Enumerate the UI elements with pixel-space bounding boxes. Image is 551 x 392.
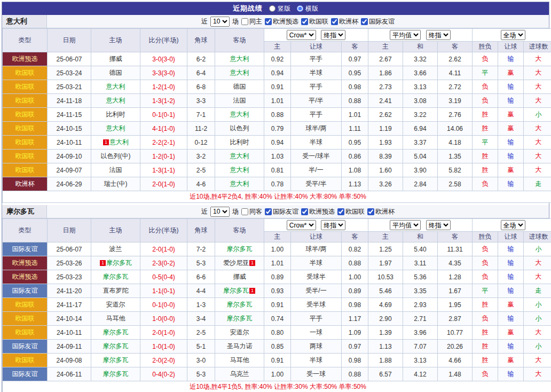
- home-team[interactable]: 安道尔: [91, 298, 140, 312]
- away-team[interactable]: 圣马力诺: [215, 340, 264, 354]
- score[interactable]: 1-3(1-2): [140, 94, 187, 108]
- bookmaker-select[interactable]: Crow*: [287, 30, 316, 40]
- avg-draw: 7.07: [403, 340, 438, 354]
- away-team[interactable]: 意大利: [215, 52, 264, 66]
- col-score: 比分(半场): [140, 29, 187, 52]
- score[interactable]: 2-0(1-0): [140, 177, 187, 191]
- away-team[interactable]: 爱沙尼亚1: [215, 256, 264, 270]
- score[interactable]: 3-3(3-0): [140, 66, 187, 80]
- league-checkbox[interactable]: 欧洲杯: [367, 207, 395, 216]
- average-odds-select[interactable]: 平均值: [390, 220, 421, 230]
- league-checkbox[interactable]: 国际友谊: [265, 207, 298, 216]
- away-team[interactable]: 意大利: [215, 108, 264, 122]
- layout-radio-horizontal[interactable]: 横版: [297, 4, 318, 13]
- home-team[interactable]: 摩尔多瓦: [91, 270, 140, 284]
- league-checkbox[interactable]: 欧国联: [301, 17, 328, 26]
- away-team[interactable]: 摩尔多瓦: [215, 242, 264, 256]
- home-team[interactable]: 意大利: [91, 94, 140, 108]
- score[interactable]: 0-1(0-0): [140, 298, 187, 312]
- col-corner: 角球: [187, 219, 215, 242]
- score[interactable]: 2-0(1-0): [140, 326, 187, 340]
- score[interactable]: 2-0(1-0): [140, 242, 187, 256]
- home-team[interactable]: 瑞士(中): [91, 177, 140, 191]
- score[interactable]: 2-2(2-1): [140, 136, 187, 150]
- league-checkbox[interactable]: 欧洲杯: [331, 17, 358, 26]
- away-team[interactable]: 意大利: [215, 177, 264, 191]
- score[interactable]: 3-0(3-0): [140, 52, 187, 66]
- score[interactable]: 1-3(1-1): [140, 163, 187, 177]
- score[interactable]: 1-0(1-0): [140, 340, 187, 354]
- away-team[interactable]: 马耳他: [215, 354, 264, 367]
- layout-radio-vertical[interactable]: 竖版: [269, 4, 290, 13]
- horizontal-radio-input[interactable]: [297, 5, 303, 12]
- home-team[interactable]: 1意大利: [91, 136, 140, 150]
- score[interactable]: 2-3(0-2): [140, 256, 187, 270]
- same-venue-checkbox[interactable]: 同主: [241, 17, 262, 26]
- league-checkbox[interactable]: 国际友谊: [361, 17, 395, 26]
- fulltime-select[interactable]: 全场: [501, 30, 525, 40]
- away-team[interactable]: 安道尔: [215, 326, 264, 340]
- result-wdl: 负: [473, 256, 498, 270]
- score[interactable]: 2-0(2-0): [140, 354, 187, 367]
- away-team[interactable]: 意大利: [215, 150, 264, 163]
- away-team[interactable]: 法国: [215, 94, 264, 108]
- score[interactable]: 0-1(0-1): [140, 108, 187, 122]
- home-team[interactable]: 摩尔多瓦: [91, 340, 140, 354]
- match-count-select[interactable]: 10: [210, 17, 230, 27]
- away-team[interactable]: 比利时: [215, 136, 264, 150]
- score[interactable]: 4-1(1-0): [140, 122, 187, 136]
- average-odds-select[interactable]: 平均值: [390, 30, 421, 40]
- home-team[interactable]: 以色列(中): [91, 150, 140, 163]
- away-team[interactable]: 意大利: [215, 163, 264, 177]
- home-team[interactable]: 德国: [91, 66, 140, 80]
- home-team[interactable]: 意大利: [91, 80, 140, 94]
- match-count-select[interactable]: 10: [210, 207, 230, 217]
- away-team[interactable]: 德国: [215, 80, 264, 94]
- home-team[interactable]: 意大利: [91, 122, 140, 136]
- odds-handicap: 受一球: [291, 367, 342, 381]
- league-checkbox[interactable]: 欧洲预选: [301, 207, 335, 216]
- league-checkbox[interactable]: 欧洲预选: [265, 17, 298, 26]
- home-team[interactable]: 马耳他: [91, 312, 140, 326]
- away-team[interactable]: 摩尔多瓦1: [215, 284, 264, 298]
- home-team[interactable]: 摩尔多瓦: [91, 354, 140, 367]
- result-wdl: 胜: [473, 122, 498, 136]
- fulltime-select[interactable]: 全场: [501, 220, 525, 230]
- home-team[interactable]: 法国: [91, 163, 140, 177]
- avg-away: 2.87: [438, 312, 473, 326]
- result-goals: 小: [524, 242, 551, 256]
- score[interactable]: 1-2(1-0): [140, 80, 187, 94]
- score[interactable]: 1-1(0-1): [140, 284, 187, 298]
- away-team[interactable]: 摩尔多瓦: [215, 312, 264, 326]
- final-odds-select[interactable]: 终指: [321, 30, 345, 40]
- score[interactable]: 0-4(0-2): [140, 367, 187, 381]
- match-row: 欧洲杯24-06-29瑞士(中)2-0(1-0)4-6意大利0.78受平/半1.…: [3, 177, 551, 191]
- bookmaker-select[interactable]: Crow*: [287, 220, 316, 230]
- away-team[interactable]: 以色列: [215, 122, 264, 136]
- home-team[interactable]: 波兰: [91, 242, 140, 256]
- result-goals: 大: [524, 326, 551, 340]
- same-venue-checkbox[interactable]: 同客: [241, 207, 262, 216]
- away-team[interactable]: 摩尔多瓦: [215, 298, 264, 312]
- match-date: 24-09-08: [48, 354, 91, 367]
- odds-home: 0.93: [264, 284, 291, 298]
- home-team[interactable]: 摩尔多瓦: [91, 326, 140, 340]
- final-odds-select[interactable]: 终指: [321, 220, 345, 230]
- final-odds-select[interactable]: 终指: [426, 30, 451, 40]
- odds-home: 0.79: [264, 122, 291, 136]
- score[interactable]: 0-5(0-4): [140, 270, 187, 284]
- away-team[interactable]: 意大利: [215, 66, 264, 80]
- score[interactable]: 1-0(0-0): [140, 312, 187, 326]
- odds-away: 0.88: [342, 256, 368, 270]
- league-checkbox[interactable]: 欧国联: [337, 207, 365, 216]
- vertical-radio-input[interactable]: [269, 5, 276, 12]
- home-team[interactable]: 比利时: [91, 108, 140, 122]
- final-odds-select[interactable]: 终指: [426, 220, 451, 230]
- away-team[interactable]: 乌克兰: [215, 367, 264, 381]
- home-team[interactable]: 挪威: [91, 52, 140, 66]
- home-team[interactable]: 摩尔多瓦: [91, 367, 140, 381]
- score[interactable]: 1-2(0-1): [140, 150, 187, 163]
- home-team[interactable]: 1摩尔多瓦: [91, 256, 140, 270]
- away-team[interactable]: 挪威: [215, 270, 264, 284]
- home-team[interactable]: 直布罗陀: [91, 284, 140, 298]
